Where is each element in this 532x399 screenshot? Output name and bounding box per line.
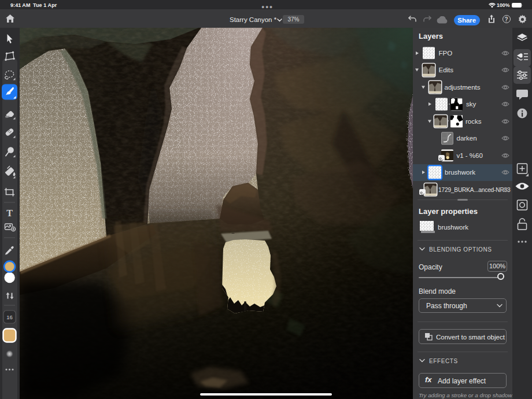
svg-text:T: T [6, 208, 13, 218]
svg-text:16: 16 [6, 314, 13, 320]
